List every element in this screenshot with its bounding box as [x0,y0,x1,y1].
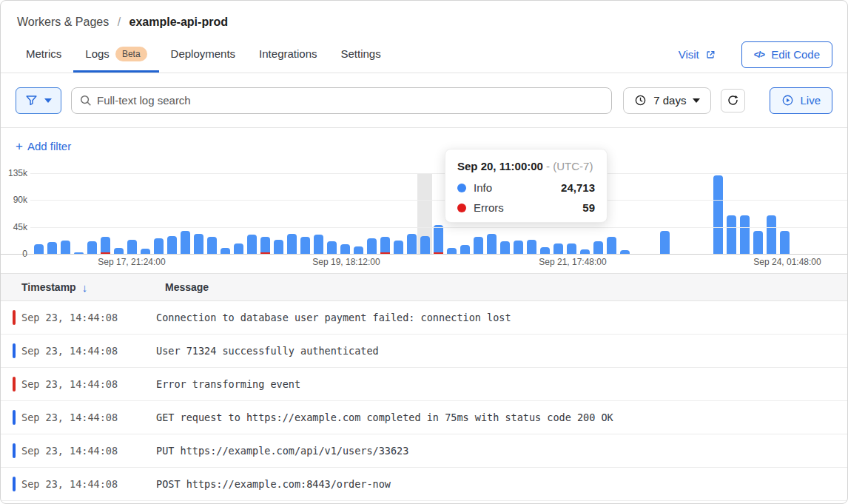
y-axis-tick: 90k [1,195,27,205]
chart-bar[interactable] [713,175,723,254]
edit-code-button[interactable]: </> Edit Code [741,41,832,68]
chart-bar[interactable] [447,248,457,254]
gridline [30,200,847,201]
y-axis-tick: 45k [1,222,27,232]
tooltip-title: Sep 20, 11:00:00 - (UTC-7) [457,159,595,174]
chart-bar[interactable] [660,231,670,254]
log-row[interactable]: Sep 23, 14:44:08 PUT https://example.com… [1,434,847,468]
chart-bar[interactable] [553,243,563,254]
y-axis-tick: 0 [1,249,27,259]
chart-bar[interactable] [181,231,190,254]
tab-metrics[interactable]: Metrics [14,39,73,73]
chart-bar[interactable] [407,234,417,254]
chart-bar[interactable] [287,234,297,254]
breadcrumb-workers-pages[interactable]: Workers & Pages [17,16,109,28]
tab-metrics-label: Metrics [26,47,61,61]
header-actions: Visit </> Edit Code [679,41,832,71]
chart-bar[interactable] [167,236,177,254]
refresh-button[interactable] [721,89,745,112]
tooltip-info-value: 24,713 [561,181,595,194]
chart-bar[interactable] [527,240,536,254]
tab-settings[interactable]: Settings [329,39,393,73]
log-message: User 71324 successfully authenticated [156,345,847,357]
chart-bar[interactable] [314,235,323,254]
tooltip-errors-value: 59 [582,201,595,214]
chart-bar[interactable] [567,243,576,254]
breadcrumb-separator: / [118,16,121,28]
chart-bar[interactable] [753,231,763,254]
log-row[interactable]: Sep 23, 14:44:08 Connection to database … [1,301,847,335]
timestamp-column-header[interactable]: Timestamp ↓ [21,281,165,294]
live-button[interactable]: Live [770,87,832,114]
chart-bar[interactable] [221,248,230,254]
log-level-indicator [13,477,16,491]
chart-bar[interactable] [34,244,44,254]
chart-bar[interactable] [300,237,310,254]
log-level-indicator [13,377,16,392]
log-toolbar: 7 days Live [1,73,847,128]
chart-bar[interactable] [394,241,403,254]
chart-bar[interactable] [460,245,470,254]
chart-bar[interactable] [727,215,736,254]
breadcrumb: Workers & Pages / example-api-prod [1,1,847,30]
chart-bar[interactable] [141,249,150,254]
search-icon [79,94,92,107]
sort-desc-icon: ↓ [82,281,88,294]
chart-bar[interactable] [114,248,124,254]
time-range-dropdown[interactable]: 7 days [623,87,711,114]
filter-dropdown-button[interactable] [16,87,61,114]
log-row[interactable]: Sep 23, 14:44:08 GET request to https://… [1,401,847,434]
tab-deployments[interactable]: Deployments [159,39,248,73]
chart-bar[interactable] [500,241,510,254]
chart-bar[interactable] [340,244,350,254]
chart-bar[interactable] [87,241,97,254]
chart-bar[interactable] [780,231,790,254]
search-input[interactable] [71,87,612,114]
chart-bar[interactable] [380,237,390,254]
chart-bar[interactable] [740,215,750,254]
log-level-indicator [13,443,16,458]
refresh-icon [727,94,739,107]
chart-bar[interactable] [354,246,363,254]
chart-bar[interactable] [207,237,217,254]
log-row[interactable]: Sep 23, 14:44:08 POST https://example.co… [1,468,847,501]
chart-bar[interactable] [540,247,550,254]
time-range-label: 7 days [653,94,686,107]
chart-bar[interactable] [154,238,164,254]
chart-bar[interactable] [260,237,270,254]
chart-bar[interactable] [274,240,283,254]
chart-bar[interactable] [607,237,616,254]
chart-bar[interactable] [593,241,603,254]
tab-settings-label: Settings [341,47,381,61]
chart-bar[interactable] [327,241,337,254]
chart-bar[interactable] [234,243,243,254]
visit-link[interactable]: Visit [679,48,716,61]
chart-bar[interactable] [61,241,70,254]
chart-bar[interactable] [101,237,110,254]
log-row[interactable]: Sep 23, 14:44:08 User 71324 successfully… [1,335,847,368]
chart-bar[interactable] [127,240,137,254]
log-message: Error transforming event [156,378,847,390]
chart-bar[interactable] [420,236,430,254]
tab-integrations[interactable]: Integrations [247,39,329,73]
add-filter-button[interactable]: + Add filter [16,140,71,152]
plus-icon: + [16,141,23,152]
chart-bar[interactable] [514,241,523,254]
chart-bar[interactable] [367,238,377,254]
chevron-down-icon [44,98,52,103]
chart-bar[interactable] [247,235,257,254]
chart-bar[interactable] [487,234,497,254]
chart-bar[interactable] [474,237,483,254]
log-row[interactable]: Sep 23, 14:44:08 Error transforming even… [1,368,847,401]
y-axis-tick: 135k [1,168,27,178]
chart-bar[interactable] [47,242,57,254]
chart-plot [1,173,847,254]
chart-bar[interactable] [194,234,203,254]
errors-dot-icon [457,204,466,212]
clock-icon [634,94,647,107]
tab-logs[interactable]: Logs Beta [73,39,158,73]
chart-bar[interactable] [434,225,443,254]
chart-bar[interactable] [767,215,776,254]
log-timestamp: Sep 23, 14:44:08 [21,411,156,423]
log-timestamp: Sep 23, 14:44:08 [21,478,156,490]
